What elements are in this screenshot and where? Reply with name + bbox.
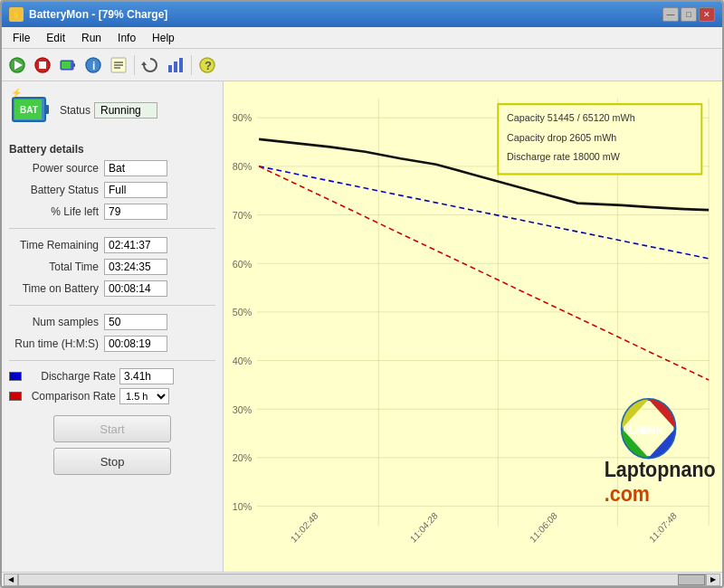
power-source-value: Bat [104,160,167,176]
discharge-rate-swatch [9,372,22,381]
divider-3 [9,360,215,361]
toolbar-sep-1 [134,55,135,75]
stop-button[interactable]: Stop [53,448,171,475]
battery-icon-row: BAT ⚡ Status Running [9,89,215,132]
window-title: BatteryMon - [79% Charge] [29,8,167,21]
detail-life-left: % Life left 79 [9,203,215,221]
status-value: Running [94,102,157,119]
life-left-label: % Life left [9,205,104,218]
title-bar-left: ⚡ BatteryMon - [79% Charge] [9,7,167,22]
menu-help[interactable]: Help [145,30,182,46]
left-panel: BAT ⚡ Status Running Battery details Pow… [2,81,224,572]
close-button[interactable]: ✕ [699,7,715,22]
total-time-value: 03:24:35 [104,259,167,275]
svg-text:Laptopnano: Laptopnano [605,458,715,481]
minimize-button[interactable]: — [662,7,679,22]
toolbar-stop-btn[interactable] [31,53,54,77]
time-on-battery-label: Time on Battery [9,282,104,295]
svg-text:50%: 50% [233,307,252,318]
svg-text:70%: 70% [233,209,252,221]
toolbar-chart-btn[interactable] [164,53,187,77]
divider-2 [9,305,215,306]
chart-area: 90% 80% 70% 60% 50% 40% 30% 20% 10% 11:0… [224,81,722,572]
detail-time-remaining: Time Remaining 02:41:37 [9,236,215,254]
svg-rect-3 [39,62,46,69]
comparison-rate-swatch [9,392,22,401]
detail-time-on-battery: Time on Battery 00:08:14 [9,280,215,298]
svg-text:?: ? [205,59,212,72]
svg-text:20%: 20% [233,452,252,464]
svg-text:i: i [92,60,95,72]
window-controls: — □ ✕ [662,7,715,22]
comparison-rate-select[interactable]: 0.5 h 1 h 1.5 h 2 h 3 h 4 h 5 h [119,388,169,404]
detail-power-source: Power source Bat [9,159,215,177]
life-left-value: 79 [104,204,167,220]
svg-text:90%: 90% [233,112,252,124]
detail-run-time: Run time (H:M:S) 00:08:19 [9,335,215,353]
comparison-rate-row: Comparison Rate 0.5 h 1 h 1.5 h 2 h 3 h … [9,388,215,404]
svg-text:10%: 10% [233,500,252,512]
chart-svg: 90% 80% 70% 60% 50% 40% 30% 20% 10% 11:0… [224,89,715,564]
scroll-track[interactable] [18,574,706,586]
main-window: ⚡ BatteryMon - [79% Charge] — □ ✕ File E… [0,0,724,588]
menu-edit[interactable]: Edit [39,30,72,46]
run-time-label: Run time (H:M:S) [9,337,104,350]
menu-file[interactable]: File [5,30,37,46]
menu-info[interactable]: Info [110,30,143,46]
toolbar-go-btn[interactable] [5,53,29,77]
discharge-rate-label: Discharge Rate [25,370,116,383]
divider-1 [9,228,215,229]
scroll-right-button[interactable]: ▶ [706,574,720,586]
toolbar-info-btn[interactable]: i [81,53,105,77]
svg-text:Capacity 51445 / 65120 mWh: Capacity 51445 / 65120 mWh [507,112,635,124]
title-bar: ⚡ BatteryMon - [79% Charge] — □ ✕ [2,2,722,27]
svg-text:80%: 80% [233,161,252,173]
detail-battery-status: Battery Status Full [9,181,215,199]
maximize-button[interactable]: □ [681,7,697,22]
discharge-rate-row: Discharge Rate 3.41h [9,368,215,384]
menu-bar: File Edit Run Info Help [2,27,722,49]
time-on-battery-value: 00:08:14 [104,280,167,297]
battery-icon: BAT ⚡ [9,89,52,132]
discharge-rate-value: 3.41h [119,368,174,384]
battery-status-label: Battery Status [9,184,104,196]
svg-rect-20 [45,105,49,114]
main-content: BAT ⚡ Status Running Battery details Pow… [2,81,722,572]
svg-text:60%: 60% [233,258,252,270]
toolbar-help-btn[interactable]: ? [195,53,219,77]
num-samples-value: 50 [104,314,167,330]
svg-text:⚡: ⚡ [11,89,23,99]
comparison-rate-label: Comparison Rate [25,390,116,403]
status-label: Status [60,104,90,117]
menu-run[interactable]: Run [74,30,109,46]
scroll-thumb[interactable] [678,574,705,585]
toolbar-battery-btn[interactable] [56,53,80,77]
detail-num-samples: Num samples 50 [9,313,215,331]
svg-rect-15 [174,62,177,72]
start-button[interactable]: Start [53,415,171,442]
status-row: Status Running [60,102,215,119]
power-source-label: Power source [9,162,104,175]
svg-rect-16 [179,58,183,72]
time-remaining-value: 02:41:37 [104,237,167,253]
toolbar-refresh-btn[interactable] [138,53,162,77]
svg-rect-5 [73,63,75,67]
horizontal-scrollbar: ◀ ▶ [2,572,722,586]
toolbar-checklist-btn[interactable] [107,53,130,77]
battery-details-label: Battery details [9,143,215,156]
button-row: Start Stop [9,415,215,475]
svg-marker-13 [141,62,147,65]
svg-rect-14 [168,65,172,72]
svg-text:.com: .com [605,482,650,506]
app-icon: ⚡ [9,7,24,22]
num-samples-label: Num samples [9,316,104,328]
svg-text:BAT: BAT [20,105,38,115]
svg-text:LNN: LNN [642,424,663,438]
detail-total-time: Total Time 03:24:35 [9,258,215,276]
scroll-left-button[interactable]: ◀ [4,574,18,586]
run-time-value: 00:08:19 [104,336,167,352]
svg-text:Discharge rate 18000 mW: Discharge rate 18000 mW [507,151,620,163]
svg-text:40%: 40% [233,355,252,366]
toolbar: i ? [2,49,722,81]
toolbar-sep-2 [191,55,192,75]
